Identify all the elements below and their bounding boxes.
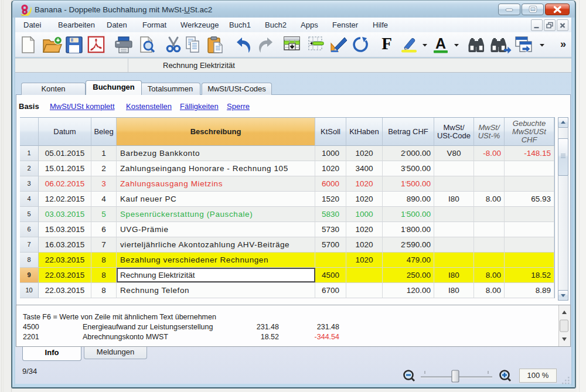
svg-text:F: F <box>381 34 392 53</box>
svg-text:»: » <box>560 38 566 50</box>
svg-text:A: A <box>435 35 446 52</box>
